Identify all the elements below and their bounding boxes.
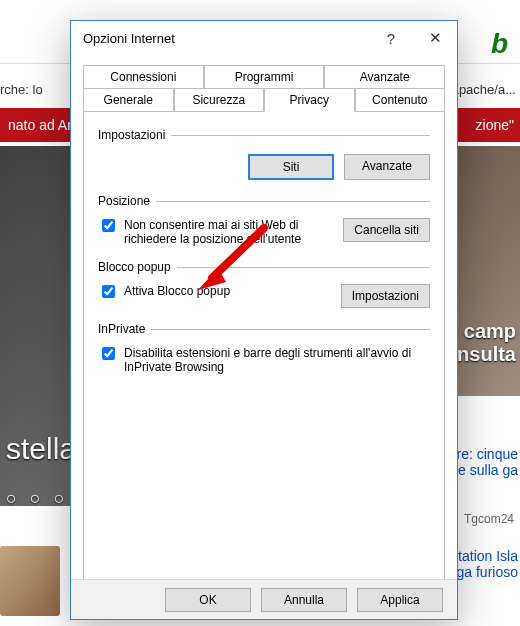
section-blocco-popup: Blocco popup Attiva Blocco popup Imposta…: [98, 260, 430, 308]
sidebar-link-2[interactable]: ptation Isla nga furioso: [449, 548, 518, 580]
legend-blocco: Blocco popup: [98, 260, 177, 274]
red-bar-left: nato ad Ar: [8, 117, 72, 133]
dialog-title: Opzioni Internet: [83, 31, 175, 46]
legend-posizione: Posizione: [98, 194, 156, 208]
help-button[interactable]: ?: [369, 22, 413, 54]
hero-left-text: stella: [6, 432, 76, 466]
bing-logo: b: [491, 28, 508, 60]
inprivate-checkbox[interactable]: [102, 347, 115, 360]
tab-sicurezza[interactable]: Sicurezza: [174, 88, 265, 112]
tab-avanzate[interactable]: Avanzate: [324, 65, 445, 88]
avanzate-button[interactable]: Avanzate: [344, 154, 430, 180]
legend-impostazioni: Impostazioni: [98, 128, 171, 142]
legend-inprivate: InPrivate: [98, 322, 151, 336]
cancella-siti-button[interactable]: Cancella siti: [343, 218, 430, 242]
red-bar-right: zione": [476, 108, 514, 142]
section-impostazioni: Impostazioni Siti Avanzate: [98, 128, 430, 180]
titlebar: Opzioni Internet ? ✕: [71, 21, 457, 55]
tab-contenuto[interactable]: Contenuto: [355, 88, 446, 112]
section-inprivate: InPrivate Disabilita estensioni e barre …: [98, 322, 430, 374]
section-posizione: Posizione Non consentire mai ai siti Web…: [98, 194, 430, 246]
posizione-checkbox[interactable]: [102, 219, 115, 232]
tab-programmi[interactable]: Programmi: [204, 65, 325, 88]
posizione-checkbox-label: Non consentire mai ai siti Web di richie…: [124, 218, 335, 246]
dialog-button-bar: OK Annulla Applica: [71, 579, 457, 619]
tab-connessioni[interactable]: Connessioni: [83, 65, 204, 88]
tab-generale[interactable]: Generale: [83, 88, 174, 112]
annulla-button[interactable]: Annulla: [261, 588, 347, 612]
thumbnail: [0, 546, 60, 616]
tab-row-upper: Connessioni Programmi Avanzate: [83, 65, 445, 88]
tab-panel: Impostazioni Siti Avanzate Posizione Non…: [83, 112, 445, 610]
blocco-checkbox-label: Attiva Blocco popup: [124, 284, 230, 298]
applica-button[interactable]: Applica: [357, 588, 443, 612]
siti-button[interactable]: Siti: [248, 154, 334, 180]
url-fragment: /apache/a...: [448, 82, 516, 97]
blocco-impostazioni-button[interactable]: Impostazioni: [341, 284, 430, 308]
inprivate-checkbox-label: Disabilita estensioni e barre degli stru…: [124, 346, 430, 374]
sidebar-source: Tgcom24: [464, 512, 514, 526]
close-button[interactable]: ✕: [413, 22, 457, 54]
internet-options-dialog: Opzioni Internet ? ✕ Connessioni Program…: [70, 20, 458, 620]
tab-row-lower: Generale Sicurezza Privacy Contenuto: [83, 88, 445, 112]
tab-privacy[interactable]: Privacy: [264, 88, 355, 112]
blocco-checkbox[interactable]: [102, 285, 115, 298]
ok-button[interactable]: OK: [165, 588, 251, 612]
search-label-fragment: rche: lo: [0, 82, 43, 97]
